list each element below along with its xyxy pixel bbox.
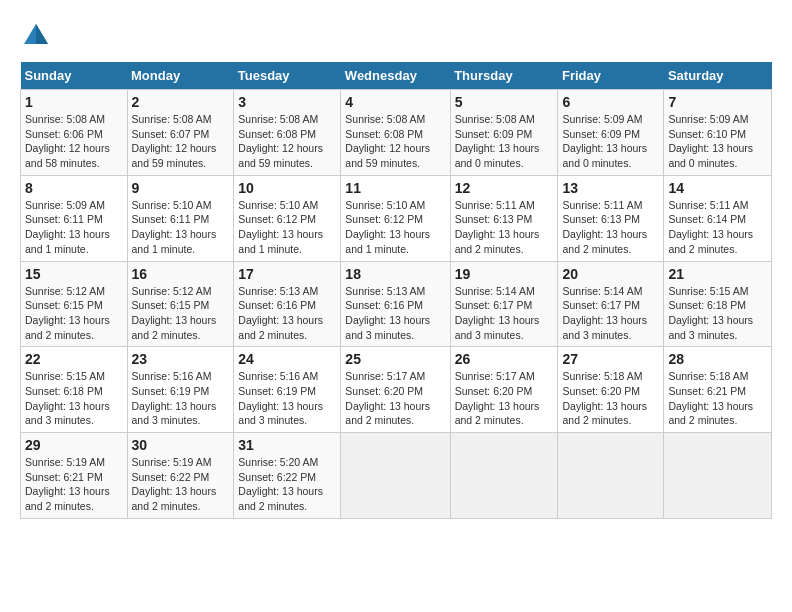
day-info: Sunrise: 5:13 AMSunset: 6:16 PMDaylight:… xyxy=(345,284,445,343)
day-number: 20 xyxy=(562,266,659,282)
day-number: 11 xyxy=(345,180,445,196)
weekday-header: Sunday xyxy=(21,62,128,90)
calendar-cell: 14Sunrise: 5:11 AMSunset: 6:14 PMDayligh… xyxy=(664,175,772,261)
day-number: 24 xyxy=(238,351,336,367)
calendar-cell: 7Sunrise: 5:09 AMSunset: 6:10 PMDaylight… xyxy=(664,90,772,176)
day-info: Sunrise: 5:09 AMSunset: 6:09 PMDaylight:… xyxy=(562,112,659,171)
weekday-header: Tuesday xyxy=(234,62,341,90)
day-number: 14 xyxy=(668,180,767,196)
day-info: Sunrise: 5:09 AMSunset: 6:11 PMDaylight:… xyxy=(25,198,123,257)
day-info: Sunrise: 5:08 AMSunset: 6:09 PMDaylight:… xyxy=(455,112,554,171)
calendar-cell: 2Sunrise: 5:08 AMSunset: 6:07 PMDaylight… xyxy=(127,90,234,176)
calendar-cell: 16Sunrise: 5:12 AMSunset: 6:15 PMDayligh… xyxy=(127,261,234,347)
calendar-cell: 18Sunrise: 5:13 AMSunset: 6:16 PMDayligh… xyxy=(341,261,450,347)
weekday-header: Friday xyxy=(558,62,664,90)
day-number: 13 xyxy=(562,180,659,196)
day-number: 18 xyxy=(345,266,445,282)
day-number: 3 xyxy=(238,94,336,110)
day-info: Sunrise: 5:13 AMSunset: 6:16 PMDaylight:… xyxy=(238,284,336,343)
day-info: Sunrise: 5:17 AMSunset: 6:20 PMDaylight:… xyxy=(455,369,554,428)
calendar-cell: 27Sunrise: 5:18 AMSunset: 6:20 PMDayligh… xyxy=(558,347,664,433)
calendar-week-row: 1Sunrise: 5:08 AMSunset: 6:06 PMDaylight… xyxy=(21,90,772,176)
svg-marker-1 xyxy=(36,24,48,44)
calendar-cell xyxy=(558,433,664,519)
day-info: Sunrise: 5:10 AMSunset: 6:12 PMDaylight:… xyxy=(345,198,445,257)
calendar-cell: 25Sunrise: 5:17 AMSunset: 6:20 PMDayligh… xyxy=(341,347,450,433)
day-info: Sunrise: 5:19 AMSunset: 6:21 PMDaylight:… xyxy=(25,455,123,514)
day-info: Sunrise: 5:17 AMSunset: 6:20 PMDaylight:… xyxy=(345,369,445,428)
calendar-cell: 15Sunrise: 5:12 AMSunset: 6:15 PMDayligh… xyxy=(21,261,128,347)
calendar-cell: 12Sunrise: 5:11 AMSunset: 6:13 PMDayligh… xyxy=(450,175,558,261)
calendar-cell: 3Sunrise: 5:08 AMSunset: 6:08 PMDaylight… xyxy=(234,90,341,176)
day-number: 19 xyxy=(455,266,554,282)
calendar-cell: 29Sunrise: 5:19 AMSunset: 6:21 PMDayligh… xyxy=(21,433,128,519)
calendar-cell: 19Sunrise: 5:14 AMSunset: 6:17 PMDayligh… xyxy=(450,261,558,347)
day-number: 15 xyxy=(25,266,123,282)
day-number: 31 xyxy=(238,437,336,453)
calendar-cell: 17Sunrise: 5:13 AMSunset: 6:16 PMDayligh… xyxy=(234,261,341,347)
calendar-week-row: 29Sunrise: 5:19 AMSunset: 6:21 PMDayligh… xyxy=(21,433,772,519)
calendar-cell: 5Sunrise: 5:08 AMSunset: 6:09 PMDaylight… xyxy=(450,90,558,176)
page-header xyxy=(20,20,772,52)
calendar-cell: 22Sunrise: 5:15 AMSunset: 6:18 PMDayligh… xyxy=(21,347,128,433)
calendar-cell: 4Sunrise: 5:08 AMSunset: 6:08 PMDaylight… xyxy=(341,90,450,176)
day-number: 26 xyxy=(455,351,554,367)
day-info: Sunrise: 5:10 AMSunset: 6:12 PMDaylight:… xyxy=(238,198,336,257)
day-number: 6 xyxy=(562,94,659,110)
day-info: Sunrise: 5:14 AMSunset: 6:17 PMDaylight:… xyxy=(562,284,659,343)
day-number: 27 xyxy=(562,351,659,367)
day-number: 2 xyxy=(132,94,230,110)
day-info: Sunrise: 5:11 AMSunset: 6:13 PMDaylight:… xyxy=(455,198,554,257)
day-number: 12 xyxy=(455,180,554,196)
calendar-cell: 13Sunrise: 5:11 AMSunset: 6:13 PMDayligh… xyxy=(558,175,664,261)
day-info: Sunrise: 5:08 AMSunset: 6:07 PMDaylight:… xyxy=(132,112,230,171)
day-number: 1 xyxy=(25,94,123,110)
day-info: Sunrise: 5:08 AMSunset: 6:06 PMDaylight:… xyxy=(25,112,123,171)
calendar-cell: 24Sunrise: 5:16 AMSunset: 6:19 PMDayligh… xyxy=(234,347,341,433)
day-info: Sunrise: 5:15 AMSunset: 6:18 PMDaylight:… xyxy=(668,284,767,343)
calendar-cell: 1Sunrise: 5:08 AMSunset: 6:06 PMDaylight… xyxy=(21,90,128,176)
calendar-cell: 26Sunrise: 5:17 AMSunset: 6:20 PMDayligh… xyxy=(450,347,558,433)
day-info: Sunrise: 5:20 AMSunset: 6:22 PMDaylight:… xyxy=(238,455,336,514)
calendar-cell: 21Sunrise: 5:15 AMSunset: 6:18 PMDayligh… xyxy=(664,261,772,347)
calendar-cell: 20Sunrise: 5:14 AMSunset: 6:17 PMDayligh… xyxy=(558,261,664,347)
day-number: 21 xyxy=(668,266,767,282)
day-number: 23 xyxy=(132,351,230,367)
day-number: 28 xyxy=(668,351,767,367)
day-info: Sunrise: 5:19 AMSunset: 6:22 PMDaylight:… xyxy=(132,455,230,514)
day-info: Sunrise: 5:15 AMSunset: 6:18 PMDaylight:… xyxy=(25,369,123,428)
calendar-cell: 30Sunrise: 5:19 AMSunset: 6:22 PMDayligh… xyxy=(127,433,234,519)
day-number: 7 xyxy=(668,94,767,110)
day-number: 10 xyxy=(238,180,336,196)
calendar-cell xyxy=(341,433,450,519)
day-info: Sunrise: 5:14 AMSunset: 6:17 PMDaylight:… xyxy=(455,284,554,343)
day-info: Sunrise: 5:16 AMSunset: 6:19 PMDaylight:… xyxy=(132,369,230,428)
calendar-cell: 31Sunrise: 5:20 AMSunset: 6:22 PMDayligh… xyxy=(234,433,341,519)
weekday-header: Thursday xyxy=(450,62,558,90)
calendar-week-row: 15Sunrise: 5:12 AMSunset: 6:15 PMDayligh… xyxy=(21,261,772,347)
calendar-cell: 6Sunrise: 5:09 AMSunset: 6:09 PMDaylight… xyxy=(558,90,664,176)
calendar-cell xyxy=(450,433,558,519)
day-info: Sunrise: 5:12 AMSunset: 6:15 PMDaylight:… xyxy=(132,284,230,343)
day-info: Sunrise: 5:12 AMSunset: 6:15 PMDaylight:… xyxy=(25,284,123,343)
day-number: 22 xyxy=(25,351,123,367)
day-info: Sunrise: 5:08 AMSunset: 6:08 PMDaylight:… xyxy=(345,112,445,171)
day-number: 30 xyxy=(132,437,230,453)
day-info: Sunrise: 5:16 AMSunset: 6:19 PMDaylight:… xyxy=(238,369,336,428)
day-info: Sunrise: 5:18 AMSunset: 6:20 PMDaylight:… xyxy=(562,369,659,428)
calendar-table: SundayMondayTuesdayWednesdayThursdayFrid… xyxy=(20,62,772,519)
calendar-cell: 23Sunrise: 5:16 AMSunset: 6:19 PMDayligh… xyxy=(127,347,234,433)
calendar-week-row: 8Sunrise: 5:09 AMSunset: 6:11 PMDaylight… xyxy=(21,175,772,261)
day-info: Sunrise: 5:09 AMSunset: 6:10 PMDaylight:… xyxy=(668,112,767,171)
day-info: Sunrise: 5:18 AMSunset: 6:21 PMDaylight:… xyxy=(668,369,767,428)
weekday-header-row: SundayMondayTuesdayWednesdayThursdayFrid… xyxy=(21,62,772,90)
weekday-header: Monday xyxy=(127,62,234,90)
calendar-cell: 9Sunrise: 5:10 AMSunset: 6:11 PMDaylight… xyxy=(127,175,234,261)
day-info: Sunrise: 5:11 AMSunset: 6:13 PMDaylight:… xyxy=(562,198,659,257)
day-number: 17 xyxy=(238,266,336,282)
day-info: Sunrise: 5:10 AMSunset: 6:11 PMDaylight:… xyxy=(132,198,230,257)
day-number: 16 xyxy=(132,266,230,282)
day-number: 5 xyxy=(455,94,554,110)
logo-icon xyxy=(20,20,52,52)
calendar-cell xyxy=(664,433,772,519)
